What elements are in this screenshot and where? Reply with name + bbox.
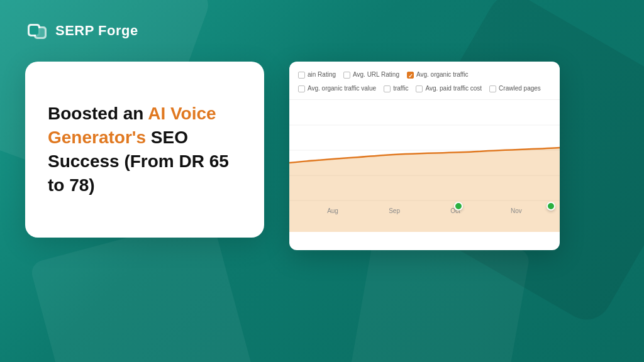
filter-checkbox[interactable] <box>343 72 350 79</box>
filter-label: Avg. organic traffic value <box>308 83 376 94</box>
filter-item[interactable]: Avg. organic traffic <box>407 69 468 80</box>
hero-headline: Boosted an AI Voice Generator's SEO Succ… <box>48 102 242 197</box>
chart-area: Aug Sep Oct Nov <box>289 100 560 232</box>
filter-checkbox[interactable] <box>407 72 414 79</box>
filter-label: Avg. paid traffic cost <box>425 83 482 94</box>
xaxis-nov: Nov <box>511 207 522 214</box>
svg-rect-3 <box>36 28 45 37</box>
filter-item[interactable]: Avg. paid traffic cost <box>416 83 482 94</box>
chart-fill <box>289 148 560 232</box>
chart-xaxis: Aug Sep Oct Nov <box>289 207 560 214</box>
xaxis-aug: Aug <box>327 207 338 214</box>
headline-part1: Boosted an <box>48 104 148 123</box>
filter-label: Avg. organic traffic <box>416 69 468 80</box>
logo-icon <box>25 19 49 43</box>
filter-checkbox[interactable] <box>489 85 496 92</box>
logo: SERP Forge <box>25 19 619 43</box>
hero-card: Boosted an AI Voice Generator's SEO Succ… <box>25 62 264 238</box>
filter-checkbox[interactable] <box>384 85 391 92</box>
chart-filters: ain RatingAvg. URL RatingAvg. organic tr… <box>298 69 551 94</box>
logo-text: SERP Forge <box>55 23 138 39</box>
filter-label: ain Rating <box>308 69 336 80</box>
main-layout: Boosted an AI Voice Generator's SEO Succ… <box>25 62 619 250</box>
filter-checkbox[interactable] <box>298 72 305 79</box>
page-content: SERP Forge Boosted an AI Voice Generator… <box>0 0 644 362</box>
filter-item[interactable]: traffic <box>384 83 408 94</box>
chart-dot-2 <box>547 202 555 211</box>
filter-item[interactable]: Avg. organic traffic value <box>298 83 376 94</box>
filter-item[interactable]: Crawled pages <box>489 83 541 94</box>
xaxis-sep: Sep <box>389 207 400 214</box>
filter-item[interactable]: ain Rating <box>298 69 336 80</box>
filter-label: Avg. URL Rating <box>353 69 399 80</box>
chart-panel: ain RatingAvg. URL RatingAvg. organic tr… <box>289 62 560 250</box>
filter-label: traffic <box>393 83 408 94</box>
filter-checkbox[interactable] <box>416 85 423 92</box>
filter-label: Crawled pages <box>499 83 541 94</box>
filter-checkbox[interactable] <box>298 85 305 92</box>
chart-header: ain RatingAvg. URL RatingAvg. organic tr… <box>289 62 560 100</box>
filter-item[interactable]: Avg. URL Rating <box>343 69 399 80</box>
